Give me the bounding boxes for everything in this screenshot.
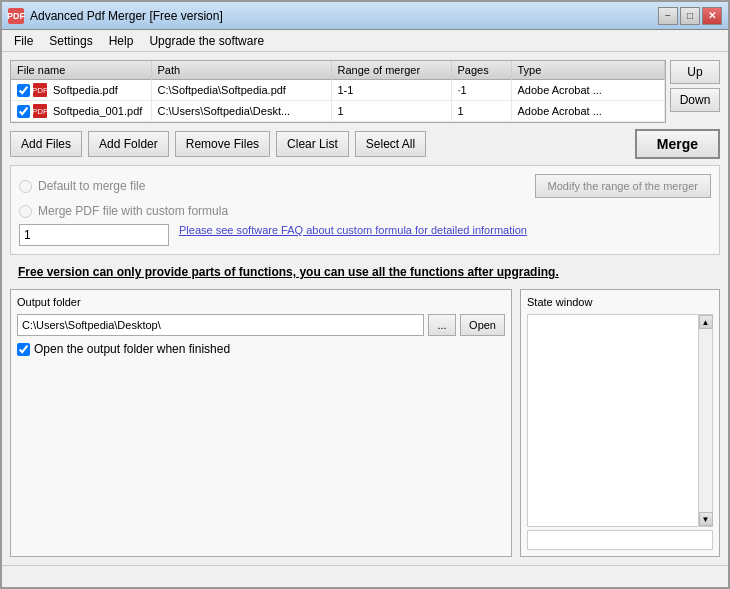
row-checkbox-0[interactable] <box>17 84 30 97</box>
table-row: PDF Softpedia.pdf C:\Softpedia\Softpedia… <box>11 80 665 101</box>
file-table: File name Path Range of merger Pages Typ… <box>11 61 665 122</box>
table-header-row: File name Path Range of merger Pages Typ… <box>11 61 665 80</box>
up-down-buttons: Up Down <box>670 60 720 123</box>
add-files-button[interactable]: Add Files <box>10 131 82 157</box>
custom-merge-label: Merge PDF file with custom formula <box>38 204 228 218</box>
formula-input[interactable] <box>19 224 169 246</box>
remove-files-button[interactable]: Remove Files <box>175 131 270 157</box>
col-range: Range of merger <box>331 61 451 80</box>
main-window: PDF Advanced Pdf Merger [Free version] −… <box>0 0 730 589</box>
state-window-content: ▲ ▼ <box>527 314 713 527</box>
col-type: Type <box>511 61 665 80</box>
row-checkbox-1[interactable] <box>17 105 30 118</box>
add-folder-button[interactable]: Add Folder <box>88 131 169 157</box>
state-window-section: State window ▲ ▼ <box>520 289 720 557</box>
modify-range-button[interactable]: Modify the range of the merger <box>535 174 711 198</box>
cell-type-1: Adobe Acrobat ... <box>511 101 665 122</box>
state-window-label: State window <box>527 296 713 308</box>
folder-input-row: ... Open <box>17 314 505 336</box>
bottom-section: Output folder ... Open Open the output f… <box>10 289 720 557</box>
menu-help[interactable]: Help <box>101 32 142 50</box>
output-folder-label: Output folder <box>17 296 505 308</box>
cell-range-0: 1-1 <box>331 80 451 101</box>
close-button[interactable]: ✕ <box>702 7 722 25</box>
folder-path-input[interactable] <box>17 314 424 336</box>
cell-filename-1: PDF Softpedia_001.pdf <box>11 101 151 122</box>
pdf-icon-0: PDF <box>33 83 47 97</box>
notice-text: Free version can only provide parts of f… <box>18 265 559 279</box>
merge-button[interactable]: Merge <box>635 129 720 159</box>
custom-merge-radio[interactable] <box>19 205 32 218</box>
cell-pages-1: 1 <box>451 101 511 122</box>
menu-settings[interactable]: Settings <box>41 32 100 50</box>
merge-options-section: Default to merge file Modify the range o… <box>10 165 720 255</box>
up-button[interactable]: Up <box>670 60 720 84</box>
window-controls: − □ ✕ <box>658 7 722 25</box>
clear-list-button[interactable]: Clear List <box>276 131 349 157</box>
window-title: Advanced Pdf Merger [Free version] <box>30 9 658 23</box>
default-merge-row: Default to merge file Modify the range o… <box>19 174 711 198</box>
notice-bar: Free version can only provide parts of f… <box>10 261 720 283</box>
browse-button[interactable]: ... <box>428 314 456 336</box>
default-merge-label: Default to merge file <box>38 179 145 193</box>
action-buttons-row: Add Files Add Folder Remove Files Clear … <box>10 129 720 159</box>
pdf-icon-1: PDF <box>33 104 47 118</box>
formula-left <box>19 224 169 246</box>
cell-path-0: C:\Softpedia\Softpedia.pdf <box>151 80 331 101</box>
col-filename: File name <box>11 61 151 80</box>
cell-pages-0: ·1 <box>451 80 511 101</box>
menu-upgrade[interactable]: Upgrade the software <box>141 32 272 50</box>
cell-path-1: C:\Users\Softpedia\Deskt... <box>151 101 331 122</box>
open-folder-checkbox[interactable] <box>17 343 30 356</box>
custom-formula-radio-row: Merge PDF file with custom formula <box>19 204 711 218</box>
filename-1: Softpedia_001.pdf <box>53 105 142 117</box>
maximize-button[interactable]: □ <box>680 7 700 25</box>
col-pages: Pages <box>451 61 511 80</box>
output-folder-section: Output folder ... Open Open the output f… <box>10 289 512 557</box>
file-table-container: File name Path Range of merger Pages Typ… <box>10 60 666 123</box>
scroll-up-arrow[interactable]: ▲ <box>699 315 713 329</box>
state-scrollbar: ▲ ▼ <box>698 315 712 526</box>
cell-filename-0: PDF Softpedia.pdf <box>11 80 151 101</box>
file-list-section: File name Path Range of merger Pages Typ… <box>10 60 720 123</box>
filename-0: Softpedia.pdf <box>53 84 118 96</box>
app-icon: PDF <box>8 8 24 24</box>
menu-file[interactable]: File <box>6 32 41 50</box>
title-bar: PDF Advanced Pdf Merger [Free version] −… <box>2 2 728 30</box>
default-merge-radio[interactable] <box>19 180 32 193</box>
down-button[interactable]: Down <box>670 88 720 112</box>
menu-bar: File Settings Help Upgrade the software <box>2 30 728 52</box>
status-bar <box>2 565 728 587</box>
scroll-down-arrow[interactable]: ▼ <box>699 512 713 526</box>
select-all-button[interactable]: Select All <box>355 131 426 157</box>
open-button[interactable]: Open <box>460 314 505 336</box>
main-content: File name Path Range of merger Pages Typ… <box>2 52 728 565</box>
formula-hint[interactable]: Please see software FAQ about custom for… <box>179 224 527 236</box>
cell-range-1: 1 <box>331 101 451 122</box>
open-folder-checkbox-row: Open the output folder when finished <box>17 342 505 356</box>
col-path: Path <box>151 61 331 80</box>
cell-type-0: Adobe Acrobat ... <box>511 80 665 101</box>
table-row: PDF Softpedia_001.pdf C:\Users\Softpedia… <box>11 101 665 122</box>
state-input-bar[interactable] <box>527 530 713 550</box>
open-folder-label: Open the output folder when finished <box>34 342 230 356</box>
custom-formula-row: Please see software FAQ about custom for… <box>19 224 711 246</box>
minimize-button[interactable]: − <box>658 7 678 25</box>
